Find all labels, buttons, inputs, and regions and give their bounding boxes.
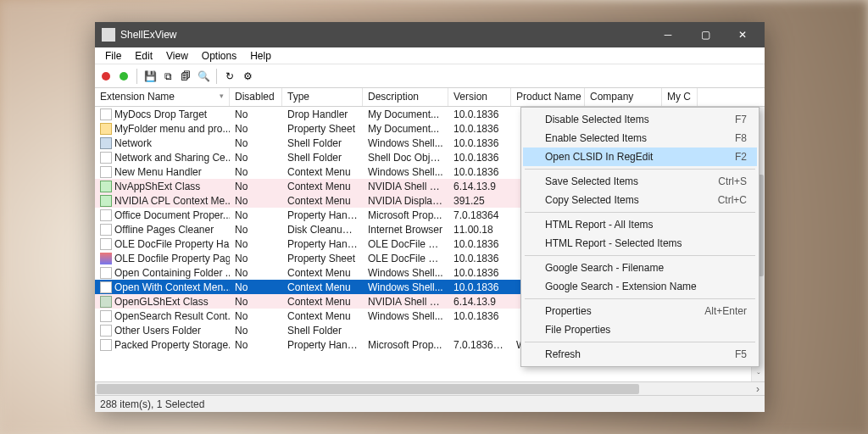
cell: Context Menu: [282, 181, 363, 192]
row-icon: [100, 267, 112, 279]
context-item[interactable]: Disable Selected ItemsF7: [523, 110, 757, 129]
context-item[interactable]: RefreshF5: [523, 345, 757, 364]
cell: NVIDIA Shell E...: [363, 181, 448, 192]
context-item[interactable]: Save Selected ItemsCtrl+S: [523, 172, 757, 191]
col-disabled[interactable]: Disabled: [230, 88, 282, 106]
col-type[interactable]: Type: [282, 88, 363, 106]
col-extension-name[interactable]: Extension Name: [95, 88, 230, 106]
shortcut-label: F8: [735, 132, 747, 144]
cell: Internet Browser: [363, 224, 448, 236]
cell: No: [230, 123, 282, 135]
cell: No: [230, 281, 282, 293]
cell: NVIDIA Display...: [363, 195, 448, 207]
cell: Property Hand...: [282, 238, 363, 250]
cell: Shell Doc Obje...: [363, 152, 448, 164]
horizontal-scrollbar[interactable]: ‹ ›: [95, 381, 765, 395]
row-icon: [100, 339, 112, 351]
scroll-thumb-h[interactable]: [97, 384, 639, 394]
col-version[interactable]: Version: [448, 88, 511, 106]
cell: 10.0.1836: [448, 310, 511, 322]
cell: Context Menu: [282, 296, 363, 308]
context-item[interactable]: PropertiesAlt+Enter: [523, 302, 757, 320]
disable-icon[interactable]: [98, 69, 114, 84]
context-separator: [525, 255, 755, 256]
cell: No: [230, 325, 282, 337]
row-icon: [100, 152, 112, 164]
cell: Other Users Folder: [95, 325, 230, 337]
cell: Office Document Proper...: [95, 209, 230, 221]
context-item[interactable]: Google Search - Filename: [523, 259, 757, 277]
context-menu[interactable]: Disable Selected ItemsF7Enable Selected …: [520, 107, 760, 367]
row-icon: [100, 224, 112, 236]
cell: Microsoft Prop...: [363, 209, 448, 221]
col-product[interactable]: Product Name: [511, 88, 585, 106]
scroll-down-icon[interactable]: ˇ: [752, 372, 765, 381]
window-title: ShellExView: [120, 29, 649, 41]
context-item[interactable]: Copy Selected ItemsCtrl+C: [523, 191, 757, 209]
scroll-right-icon[interactable]: ›: [751, 383, 765, 395]
context-item[interactable]: HTML Report - Selected Items: [523, 234, 757, 253]
cell: Windows Shell...: [363, 281, 448, 293]
status-text: 288 item(s), 1 Selected: [100, 398, 204, 410]
cell: No: [230, 209, 282, 221]
close-button[interactable]: ✕: [724, 22, 761, 47]
cell: Shell Folder: [282, 152, 363, 164]
cell: 11.00.18: [448, 224, 511, 236]
menu-options[interactable]: Options: [195, 48, 243, 64]
context-separator: [525, 298, 755, 299]
cell: No: [230, 152, 282, 164]
refresh-icon[interactable]: ↻: [222, 69, 237, 84]
cell: MyDocs Drop Target: [95, 108, 230, 120]
cell: OLE DocFile Property Ha...: [95, 238, 230, 250]
cell: Shell Folder: [282, 137, 363, 149]
context-item[interactable]: File Properties: [523, 320, 757, 339]
row-icon: [100, 108, 112, 120]
copy-icon[interactable]: ⧉: [160, 69, 175, 84]
cell: New Menu Handler: [95, 166, 230, 178]
context-item[interactable]: HTML Report - All Items: [523, 215, 757, 234]
cell: MyFolder menu and pro...: [95, 123, 230, 135]
status-bar: 288 item(s), 1 Selected: [95, 395, 765, 412]
maximize-button[interactable]: ▢: [687, 22, 724, 47]
enable-icon[interactable]: [116, 69, 131, 84]
minimize-button[interactable]: ─: [649, 22, 687, 47]
cell: OLE Docfile Property Page: [95, 253, 230, 264]
cell: No: [230, 267, 282, 279]
row-icon: [100, 209, 112, 221]
row-icon: [100, 296, 112, 308]
menu-view[interactable]: View: [159, 48, 195, 64]
cell: Property Hand...: [282, 209, 363, 221]
toolbar-sep: [136, 69, 137, 84]
save-icon[interactable]: 💾: [142, 69, 158, 84]
cell: Offline Pages Cleaner: [95, 224, 230, 236]
context-item[interactable]: Enable Selected ItemsF8: [523, 129, 757, 147]
row-icon: [100, 253, 112, 264]
cell: Context Menu: [282, 195, 363, 207]
cell: OLE DocFile Pr...: [363, 253, 448, 264]
context-item[interactable]: Google Search - Extension Name: [523, 277, 757, 296]
shortcut-label: F2: [735, 151, 747, 163]
cell: No: [230, 253, 282, 264]
app-icon: [102, 28, 115, 42]
col-company[interactable]: Company: [585, 88, 662, 106]
menu-file[interactable]: File: [98, 48, 128, 64]
context-item[interactable]: Open CLSID In RegEditF2: [523, 147, 757, 166]
options-icon[interactable]: ⚙: [240, 69, 255, 84]
col-description[interactable]: Description: [363, 88, 448, 106]
menu-edit[interactable]: Edit: [128, 48, 159, 64]
context-separator: [525, 169, 755, 170]
properties-icon[interactable]: 🗐: [178, 69, 193, 84]
find-icon[interactable]: 🔍: [196, 69, 211, 84]
col-myc[interactable]: My C: [662, 88, 698, 106]
menu-help[interactable]: Help: [243, 48, 278, 64]
cell: 10.0.1836: [448, 238, 511, 250]
cell: No: [230, 108, 282, 120]
cell: My Document...: [363, 108, 448, 120]
cell: Context Menu: [282, 281, 363, 293]
titlebar[interactable]: ShellExView ─ ▢ ✕: [95, 22, 765, 47]
cell: 10.0.1836: [448, 137, 511, 149]
cell: Network: [95, 137, 230, 149]
menubar: File Edit View Options Help: [95, 47, 765, 64]
context-separator: [525, 342, 755, 342]
shortcut-label: Alt+Enter: [704, 305, 747, 317]
